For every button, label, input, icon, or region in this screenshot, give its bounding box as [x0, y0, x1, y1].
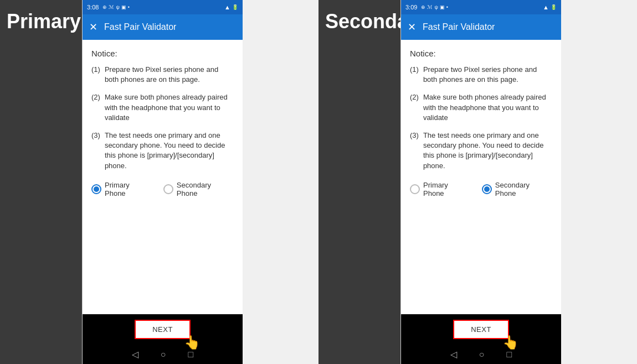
list-item: (2) Make sure both phones already paired… — [91, 92, 234, 123]
secondary-notice-list: (1) Prepare two Pixel series phone and b… — [410, 65, 552, 171]
primary-content: Notice: (1) Prepare two Pixel series pho… — [83, 40, 243, 314]
list-item: (1) Prepare two Pixel series phone and b… — [410, 65, 552, 85]
secondary-status-time: 3:09 ⊕ ℳ ψ ▣ • — [405, 4, 448, 11]
primary-app-bar-title: Fast Pair Validator — [104, 22, 176, 32]
secondary-notice-title: Notice: — [410, 49, 552, 58]
primary-status-icons: ▲ 🔋 — [224, 4, 238, 11]
primary-status-time: 3:08 ⊕ ℳ ψ ▣ • — [87, 4, 130, 11]
secondary-status-icons: ▲ 🔋 — [543, 4, 557, 11]
list-item: (1) Prepare two Pixel series phone and b… — [91, 65, 234, 85]
primary-notice-title: Notice: — [91, 49, 234, 58]
secondary-phone-radio-primary[interactable]: Secondary Phone — [163, 181, 234, 197]
secondary-status-bar: 3:09 ⊕ ℳ ψ ▣ • ▲ 🔋 — [401, 0, 561, 14]
secondary-radio-group: Primary Phone Secondary Phone — [410, 181, 552, 197]
primary-nav-icons: ◁ ○ □ — [83, 349, 243, 360]
primary-section: Primary 3:08 ⊕ ℳ ψ ▣ • ▲ 🔋 ✕ Fast Pair V… — [0, 0, 318, 364]
primary-phone-radio-secondary[interactable]: Primary Phone — [410, 181, 471, 197]
secondary-radio-circle — [482, 184, 492, 194]
primary-radio-label-secondary: Primary Phone — [423, 181, 471, 197]
secondary-section: Secondary 3:09 ⊕ ℳ ψ ▣ • ▲ 🔋 ✕ Fast Pair… — [318, 0, 637, 364]
primary-phone-radio[interactable]: Primary Phone — [91, 181, 152, 197]
primary-close-button[interactable]: ✕ — [89, 22, 97, 32]
primary-app-bar: ✕ Fast Pair Validator — [83, 14, 243, 40]
secondary-back-nav-icon[interactable]: ◁ — [450, 349, 457, 360]
primary-radio-circle-secondary — [410, 184, 420, 194]
secondary-content: Notice: (1) Prepare two Pixel series pho… — [401, 40, 561, 314]
secondary-radio-label-primary: Secondary Phone — [177, 181, 234, 197]
secondary-next-container: NEXT 👆 — [453, 320, 509, 339]
back-nav-icon[interactable]: ◁ — [132, 349, 138, 360]
secondary-radio-circle-primary — [163, 184, 173, 194]
secondary-phone-frame: 3:09 ⊕ ℳ ψ ▣ • ▲ 🔋 ✕ Fast Pair Validator… — [400, 0, 561, 364]
primary-phone-frame: 3:08 ⊕ ℳ ψ ▣ • ▲ 🔋 ✕ Fast Pair Validator… — [82, 0, 243, 364]
secondary-nav-icons: ◁ ○ □ — [401, 349, 561, 360]
secondary-close-button[interactable]: ✕ — [408, 22, 416, 32]
secondary-next-button[interactable]: NEXT — [454, 321, 508, 338]
primary-label: Primary — [7, 10, 81, 33]
secondary-bottom-bar: NEXT 👆 ◁ ○ □ — [401, 314, 561, 364]
primary-radio-label: Primary Phone — [105, 181, 152, 197]
secondary-recents-nav-icon[interactable]: □ — [507, 350, 512, 360]
secondary-radio-label: Secondary Phone — [495, 181, 552, 197]
secondary-app-bar-title: Fast Pair Validator — [423, 22, 495, 32]
primary-status-bar: 3:08 ⊕ ℳ ψ ▣ • ▲ 🔋 — [83, 0, 243, 14]
secondary-radio-inner — [484, 186, 490, 192]
list-item: (3) The test needs one primary and one s… — [91, 131, 234, 171]
primary-radio-inner — [94, 186, 99, 192]
list-item: (3) The test needs one primary and one s… — [410, 131, 552, 171]
recents-nav-icon[interactable]: □ — [188, 350, 194, 360]
secondary-app-bar: ✕ Fast Pair Validator — [401, 14, 561, 40]
primary-bottom-bar: NEXT 👆 ◁ ○ □ — [83, 314, 243, 364]
primary-notice-list: (1) Prepare two Pixel series phone and b… — [91, 65, 234, 171]
primary-radio-circle — [91, 184, 101, 194]
secondary-next-btn-border: NEXT — [453, 320, 509, 339]
primary-next-button[interactable]: NEXT — [136, 321, 189, 338]
secondary-home-nav-icon[interactable]: ○ — [479, 350, 485, 360]
primary-next-btn-border: NEXT — [135, 320, 191, 339]
secondary-phone-radio[interactable]: Secondary Phone — [482, 181, 552, 197]
primary-next-container: NEXT 👆 — [135, 320, 191, 339]
secondary-label-bg: Secondary — [318, 0, 400, 364]
home-nav-icon[interactable]: ○ — [161, 350, 166, 360]
primary-label-bg: Primary — [0, 0, 82, 364]
list-item: (2) Make sure both phones already paired… — [410, 92, 552, 123]
primary-radio-group: Primary Phone Secondary Phone — [91, 181, 234, 197]
